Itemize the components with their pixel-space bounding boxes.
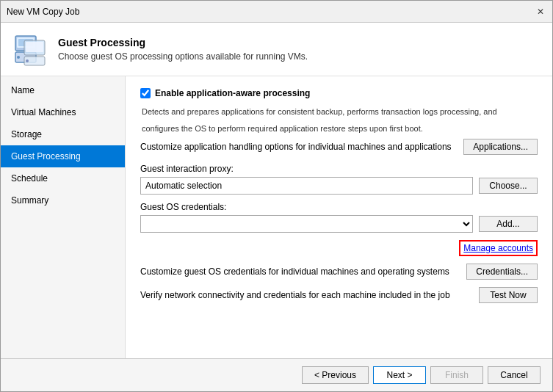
verify-label: Verify network connectivity and credenti… [140,290,479,300]
choose-button[interactable]: Choose... [479,178,538,194]
applications-button[interactable]: Applications... [463,139,538,155]
title-bar: New VM Copy Job ✕ [1,1,552,23]
customize-credentials-row: Customize guest OS credentials for indiv… [140,264,538,280]
add-button[interactable]: Add... [479,216,538,232]
svg-point-4 [17,56,20,59]
sidebar: Name Virtual Machines Storage Guest Proc… [1,76,126,358]
main-panel: Enable application-aware processing Dete… [126,76,552,358]
finish-button[interactable]: Finish [430,366,483,384]
credentials-label: Guest OS credentials: [140,202,538,212]
proxy-input[interactable] [140,177,473,195]
description-line1: Detects and prepares applications for co… [140,106,538,118]
description-line2: configures the OS to perform required ap… [140,123,538,135]
window-title: New VM Copy Job [7,7,79,17]
credentials-button[interactable]: Credentials... [466,264,538,280]
proxy-section: Guest interaction proxy: Choose... [140,164,538,195]
header-text: Guest Processing Choose guest OS process… [58,37,308,62]
proxy-field-row: Choose... [140,177,538,195]
test-now-button[interactable]: Test Now [479,287,538,303]
footer: < Previous Next > Finish Cancel [1,358,552,391]
proxy-label: Guest interaction proxy: [140,164,538,174]
sidebar-item-storage[interactable]: Storage [1,123,125,145]
close-button[interactable]: ✕ [535,6,546,18]
sidebar-item-virtual-machines[interactable]: Virtual Machines [1,101,125,123]
svg-point-8 [26,59,29,62]
customize-applications-row: Customize application handling options f… [140,139,538,155]
customize-credentials-label: Customize guest OS credentials for indiv… [140,266,466,277]
cancel-button[interactable]: Cancel [488,366,541,384]
svg-rect-6 [26,42,43,52]
enable-processing-checkbox[interactable] [140,88,151,98]
enable-processing-label: Enable application-aware processing [155,88,310,98]
credentials-section: Guest OS credentials: Add... [140,202,538,233]
header-icon [12,32,48,67]
credentials-field-row: Add... [140,215,538,233]
next-button[interactable]: Next > [373,366,426,384]
credentials-select[interactable] [140,215,473,233]
customize-label: Customize application handling options f… [140,142,463,152]
sidebar-item-name[interactable]: Name [1,79,125,101]
manage-accounts-link[interactable]: Manage accounts [459,240,538,256]
manage-accounts-row: Manage accounts [140,240,538,256]
verify-network-row: Verify network connectivity and credenti… [140,287,538,303]
header-title: Guest Processing [58,37,308,48]
sidebar-item-summary[interactable]: Summary [1,189,125,211]
enable-processing-row: Enable application-aware processing [140,88,538,98]
previous-button[interactable]: < Previous [302,366,369,384]
sidebar-item-guest-processing[interactable]: Guest Processing [1,145,125,167]
header-section: Guest Processing Choose guest OS process… [1,23,552,76]
content-area: Name Virtual Machines Storage Guest Proc… [1,76,552,358]
main-window: New VM Copy Job ✕ Guest Processing Choos… [0,0,553,392]
sidebar-item-schedule[interactable]: Schedule [1,167,125,189]
header-description: Choose guest OS processing options avail… [58,51,308,62]
